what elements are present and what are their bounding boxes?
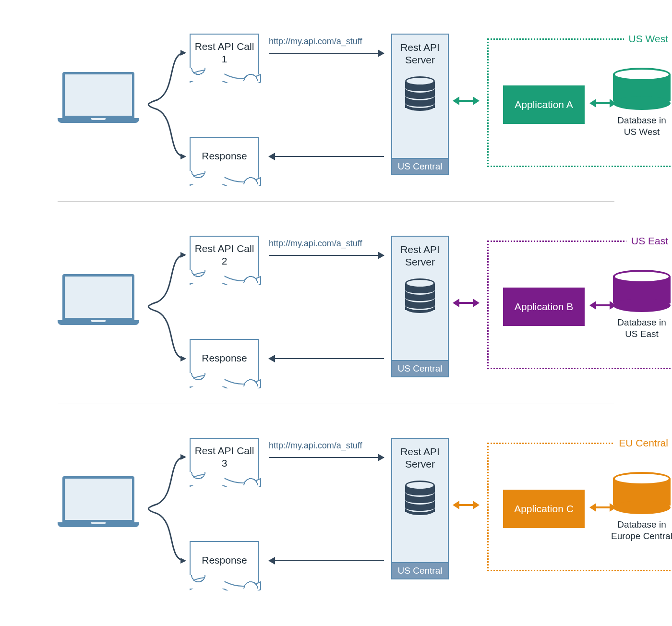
rest-api-call-label: Rest API Call 2: [194, 242, 254, 266]
database-cylinder: Database in US West: [611, 72, 672, 138]
rest-api-call-doc: Rest API Call 3: [190, 438, 259, 479]
database-cylinder: Database in Europe Central: [611, 477, 672, 542]
application-box: Application B: [503, 288, 585, 326]
application-box: Application A: [503, 85, 585, 124]
server-title: Rest API Server: [396, 41, 444, 67]
response-label: Response: [202, 352, 247, 364]
response-label: Response: [202, 554, 247, 566]
rest-api-call-label: Rest API Call 1: [194, 40, 254, 64]
application-label: Application C: [514, 503, 574, 515]
flow-row-2: Rest API Call 2 Response http://my.api.c…: [58, 221, 614, 394]
brace-connector-icon: [143, 249, 186, 364]
bidirectional-arrow-icon: [454, 504, 479, 506]
response-arrow-icon: [269, 560, 384, 561]
rest-api-server-box: Rest API Server US Central: [391, 34, 449, 175]
application-label: Application A: [515, 98, 573, 111]
response-doc: Response: [190, 137, 259, 178]
rest-api-server-box: Rest API Server US Central: [391, 236, 449, 377]
request-arrow-icon: [269, 255, 384, 256]
database-stack-icon: [405, 279, 435, 313]
laptop-icon: [58, 476, 139, 534]
response-doc: Response: [190, 541, 259, 582]
laptop-icon: [58, 72, 139, 130]
rest-api-server-box: Rest API Server US Central: [391, 438, 449, 579]
request-arrow-icon: [269, 457, 384, 458]
server-region-badge: US Central: [392, 158, 448, 174]
flow-row-1: Rest API Call 1 Response http://my.api.c…: [58, 19, 614, 192]
response-arrow-icon: [269, 156, 384, 157]
bidirectional-arrow-icon: [454, 100, 479, 102]
request-arrow-icon: [269, 53, 384, 54]
database-label: Database in US East: [611, 317, 672, 340]
region-box: EU Central Application C Database in Eur…: [487, 443, 672, 571]
brace-connector-icon: [143, 451, 186, 566]
api-url: http://my.api.com/a_stuff: [269, 441, 362, 451]
api-url: http://my.api.com/a_stuff: [269, 239, 362, 249]
database-cylinder-icon: [613, 477, 671, 510]
application-box: Application C: [503, 490, 585, 528]
region-name: US East: [626, 235, 672, 247]
application-label: Application B: [515, 301, 574, 313]
flow-row-3: Rest API Call 3 Response http://my.api.c…: [58, 423, 614, 596]
api-url: http://my.api.com/a_stuff: [269, 36, 362, 47]
database-stack-icon: [405, 482, 435, 515]
database-cylinder: Database in US East: [611, 275, 672, 340]
section-divider: [58, 202, 614, 202]
region-name: US West: [624, 33, 672, 45]
region-box: US West Application A Database in US Wes…: [487, 38, 672, 167]
server-title: Rest API Server: [396, 243, 444, 269]
rest-api-call-doc: Rest API Call 1: [190, 34, 259, 74]
region-name: EU Central: [614, 437, 672, 449]
diagram-stage: Rest API Call 1 Response http://my.api.c…: [0, 0, 672, 615]
rest-api-call-doc: Rest API Call 2: [190, 236, 259, 277]
server-title: Rest API Server: [396, 445, 444, 471]
database-stack-icon: [405, 77, 435, 111]
response-arrow-icon: [269, 358, 384, 359]
response-label: Response: [202, 150, 247, 162]
bidirectional-arrow-icon: [454, 302, 479, 304]
database-label: Database in US West: [611, 115, 672, 138]
server-region-badge: US Central: [392, 562, 448, 578]
database-cylinder-icon: [613, 275, 671, 308]
database-label: Database in Europe Central: [611, 519, 672, 542]
brace-connector-icon: [143, 47, 186, 162]
server-region-badge: US Central: [392, 360, 448, 376]
section-divider: [58, 404, 614, 404]
response-doc: Response: [190, 339, 259, 380]
laptop-icon: [58, 274, 139, 332]
rest-api-call-label: Rest API Call 3: [194, 445, 254, 469]
region-box: US East Application B Database in US Eas…: [487, 241, 672, 369]
database-cylinder-icon: [613, 72, 671, 106]
